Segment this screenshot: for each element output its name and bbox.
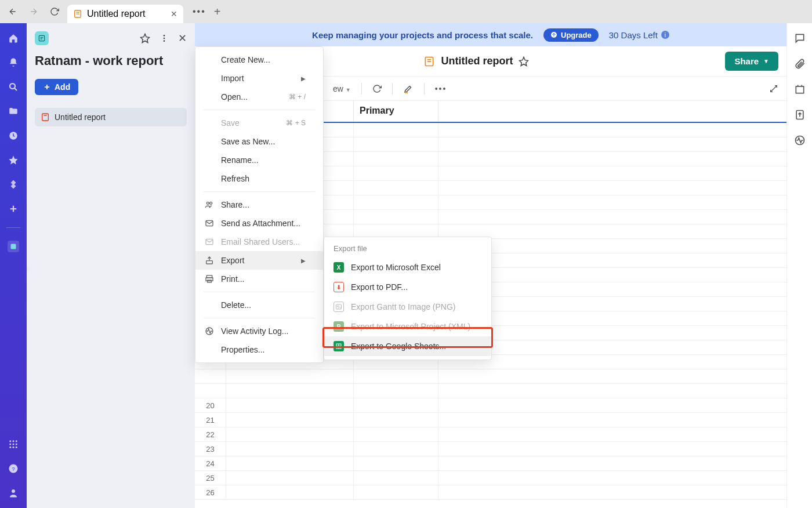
search-icon[interactable] — [8, 81, 19, 93]
export-gantt-png: Export Gantt to Image (PNG) — [324, 297, 491, 317]
workspace-icon[interactable] — [8, 241, 19, 252]
excel-icon: X — [334, 262, 344, 273]
file-menu-dropdown: Create New... Import▶ Open...⌘ + / Save⌘… — [195, 46, 324, 363]
print-icon — [205, 274, 214, 284]
favorite-star-icon[interactable] — [140, 33, 150, 43]
export-pdf[interactable]: ⬇Export to PDF... — [324, 277, 491, 297]
table-row[interactable]: 26 — [195, 485, 786, 500]
apps-icon[interactable] — [8, 438, 19, 450]
diamond-icon[interactable] — [8, 179, 19, 190]
row-number: 21 — [195, 413, 226, 427]
svg-rect-5 — [11, 244, 16, 249]
activity-icon — [205, 326, 214, 336]
info-icon[interactable]: i — [661, 31, 669, 39]
svg-point-10 — [13, 444, 14, 445]
menu-import[interactable]: Import▶ — [195, 69, 323, 88]
proof-icon[interactable] — [794, 84, 806, 95]
row-number: 23 — [195, 442, 226, 456]
document-title[interactable]: Untitled report — [441, 55, 513, 67]
svg-point-21 — [164, 40, 165, 42]
menu-activity-log[interactable]: View Activity Log... — [195, 322, 323, 340]
menu-properties[interactable]: Properties... — [195, 340, 323, 359]
new-tab-button[interactable]: + — [214, 5, 221, 19]
tab-overflow-icon[interactable]: ••• — [193, 6, 206, 17]
svg-point-19 — [164, 35, 165, 37]
svg-point-7 — [13, 440, 14, 442]
svg-point-29 — [210, 202, 212, 204]
sidebar-item-label: Untitled report — [55, 113, 106, 122]
menu-rename[interactable]: Rename... — [195, 151, 323, 169]
star-icon[interactable] — [8, 154, 19, 166]
view-dropdown[interactable]: ew ▼ — [333, 84, 351, 93]
reload-button[interactable] — [46, 3, 63, 20]
plus-icon[interactable] — [8, 203, 19, 215]
table-row[interactable] — [195, 384, 786, 398]
upgrade-banner: Keep managing your projects and process … — [195, 23, 786, 46]
browser-tab[interactable]: Untitled report ✕ — [67, 5, 183, 23]
table-row[interactable]: 23 — [195, 442, 786, 456]
table-row[interactable]: 21 — [195, 413, 786, 427]
svg-point-13 — [13, 447, 14, 448]
chevron-right-icon: ▶ — [301, 75, 306, 82]
table-row[interactable]: 22 — [195, 427, 786, 442]
menu-share[interactable]: Share... — [195, 195, 323, 214]
menu-save-as[interactable]: Save as New... — [195, 132, 323, 151]
table-row[interactable]: 25 — [195, 471, 786, 485]
forward-button[interactable] — [26, 3, 42, 20]
menu-export[interactable]: Export▶ — [195, 251, 323, 270]
upload-icon[interactable] — [794, 109, 806, 121]
upgrade-label: Upgrade — [561, 31, 592, 39]
svg-rect-40 — [796, 86, 803, 93]
folder-icon[interactable] — [8, 106, 19, 117]
bell-icon[interactable] — [8, 57, 19, 68]
menu-email-shared: Email Shared Users... — [195, 233, 323, 251]
user-icon[interactable] — [8, 487, 19, 499]
menu-refresh[interactable]: Refresh — [195, 169, 323, 188]
svg-point-17 — [12, 489, 15, 493]
column-header-primary[interactable]: Primary — [354, 101, 438, 122]
upgrade-button[interactable]: Upgrade — [543, 28, 599, 42]
activity-icon[interactable] — [794, 135, 806, 146]
share-label: Share — [734, 56, 759, 66]
export-google-sheets[interactable]: Export to Google Sheets... — [324, 336, 491, 356]
export-ms-project: PExport to Microsoft Project (XML) — [324, 317, 491, 336]
browser-tabbar: Untitled report ✕ ••• + — [0, 0, 812, 23]
export-excel[interactable]: XExport to Microsoft Excel — [324, 257, 491, 277]
highlight-icon[interactable] — [403, 84, 414, 94]
refresh-icon[interactable] — [372, 84, 382, 93]
svg-rect-18 — [39, 35, 44, 41]
close-tab-icon[interactable]: ✕ — [171, 9, 177, 19]
svg-point-9 — [9, 444, 11, 445]
back-button[interactable] — [5, 3, 21, 20]
home-icon[interactable] — [8, 32, 19, 44]
sidebar-item-report[interactable]: Untitled report — [35, 108, 187, 126]
chevron-right-icon: ▶ — [301, 257, 306, 264]
image-icon — [334, 302, 344, 312]
favorite-star-icon[interactable] — [519, 56, 529, 67]
attachment-icon[interactable] — [794, 58, 806, 70]
menu-save: Save⌘ + S — [195, 114, 323, 132]
menu-delete[interactable]: Delete... — [195, 296, 323, 314]
svg-point-14 — [16, 447, 17, 448]
comment-icon[interactable] — [794, 32, 806, 44]
svg-rect-37 — [336, 304, 342, 309]
share-button[interactable]: Share ▼ — [725, 52, 778, 71]
clock-icon[interactable] — [8, 130, 19, 141]
row-number: 25 — [195, 471, 226, 485]
close-sidebar-icon[interactable]: ✕ — [178, 32, 187, 45]
menu-create-new[interactable]: Create New... — [195, 50, 323, 69]
svg-rect-32 — [206, 261, 213, 264]
table-row[interactable] — [195, 369, 786, 384]
table-row[interactable]: 20 — [195, 398, 786, 413]
table-row[interactable]: 24 — [195, 456, 786, 471]
more-vertical-icon[interactable] — [160, 34, 169, 43]
workspace-badge-icon[interactable] — [35, 31, 49, 45]
menu-send-attachment[interactable]: Send as Attachment... — [195, 214, 323, 233]
svg-rect-22 — [42, 114, 49, 121]
menu-print[interactable]: Print... — [195, 270, 323, 288]
add-button[interactable]: Add — [35, 79, 78, 95]
more-icon[interactable]: ••• — [435, 84, 447, 93]
help-icon[interactable]: ? — [8, 463, 19, 474]
menu-open[interactable]: Open...⌘ + / — [195, 88, 323, 106]
expand-icon[interactable] — [769, 84, 778, 93]
